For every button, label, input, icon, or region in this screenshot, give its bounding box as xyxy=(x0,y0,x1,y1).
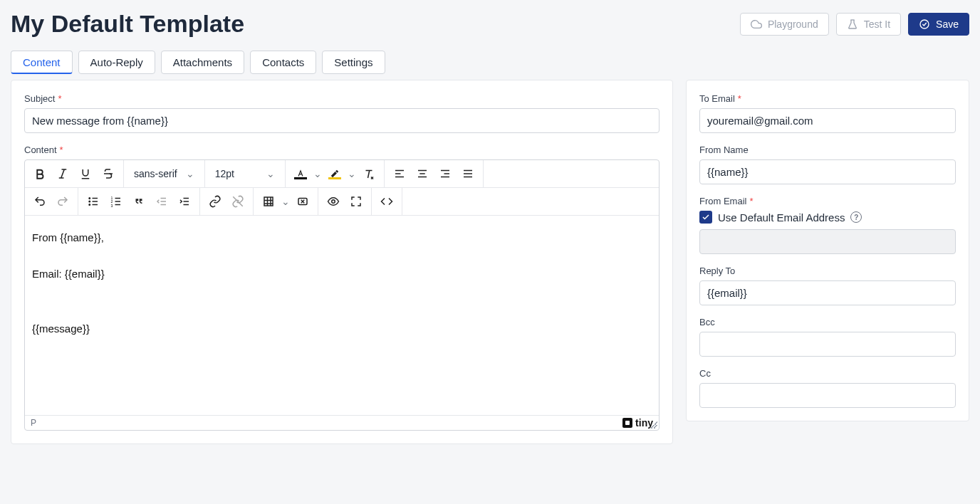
underline-button[interactable] xyxy=(75,163,96,184)
link-button[interactable] xyxy=(204,191,226,212)
reply-to-label: Reply To xyxy=(699,266,956,276)
reply-to-input[interactable] xyxy=(699,280,956,305)
svg-point-0 xyxy=(920,20,929,28)
bold-button[interactable] xyxy=(29,163,51,184)
main-panel: Subject* Content* xyxy=(11,80,673,444)
fullscreen-button[interactable] xyxy=(345,191,367,212)
svg-point-19 xyxy=(89,201,90,202)
indent-button[interactable] xyxy=(174,191,195,212)
table-button[interactable] xyxy=(258,191,279,212)
use-default-email-checkbox[interactable] xyxy=(699,211,712,224)
bcc-label: Bcc xyxy=(699,317,956,327)
editor-toolbar-row-2: 123 ⌄ xyxy=(25,188,659,216)
tab-content[interactable]: Content xyxy=(11,51,73,74)
numbered-list-button[interactable]: 123 xyxy=(105,191,127,212)
highlight-color-button[interactable] xyxy=(324,163,345,184)
tiny-logo: tiny xyxy=(622,417,653,429)
redo-button[interactable] xyxy=(52,191,73,212)
cc-input[interactable] xyxy=(699,383,956,408)
align-center-button[interactable] xyxy=(412,163,433,184)
tiny-mark-icon xyxy=(622,418,632,428)
text-color-button[interactable] xyxy=(290,163,311,184)
from-email-input xyxy=(699,229,956,254)
from-name-input[interactable] xyxy=(699,159,956,184)
highlight-color-menu[interactable]: ⌄ xyxy=(347,168,357,179)
align-left-button[interactable] xyxy=(389,163,410,184)
to-email-input[interactable] xyxy=(699,108,956,133)
source-code-button[interactable] xyxy=(376,191,397,212)
chevron-down-icon: ⌄ xyxy=(266,168,275,179)
bullet-list-button[interactable] xyxy=(83,191,104,212)
subject-field: Subject* xyxy=(24,93,660,133)
save-label: Save xyxy=(936,19,959,30)
tab-attachments[interactable]: Attachments xyxy=(161,51,244,74)
text-color-menu[interactable]: ⌄ xyxy=(313,168,323,179)
tabs: Content Auto-Reply Attachments Contacts … xyxy=(11,51,969,74)
content-field: Content* sans-serif ⌄ xyxy=(24,145,660,431)
content-label: Content* xyxy=(24,145,660,155)
test-it-button[interactable]: Test It xyxy=(836,13,901,36)
align-right-button[interactable] xyxy=(434,163,456,184)
align-justify-button[interactable] xyxy=(457,163,479,184)
tab-settings[interactable]: Settings xyxy=(322,51,385,74)
subject-label: Subject* xyxy=(24,93,660,104)
cc-label: Cc xyxy=(699,368,956,379)
beaker-icon xyxy=(847,19,858,30)
from-name-label: From Name xyxy=(699,145,956,155)
preview-button[interactable] xyxy=(323,191,344,212)
svg-rect-37 xyxy=(264,197,273,206)
subject-input[interactable] xyxy=(24,108,660,133)
resize-handle[interactable] xyxy=(650,421,657,429)
side-panel: To Email* From Name From Email* Use Defa… xyxy=(686,80,969,421)
blockquote-button[interactable] xyxy=(128,191,150,212)
strikethrough-button[interactable] xyxy=(98,163,119,184)
use-default-email-label: Use Default Email Address xyxy=(718,211,845,224)
undo-button[interactable] xyxy=(29,191,51,212)
svg-point-18 xyxy=(89,198,90,199)
svg-text:3: 3 xyxy=(111,204,113,208)
check-circle-icon xyxy=(919,19,930,30)
editor-toolbar-row-1: sans-serif ⌄ 12pt ⌄ xyxy=(25,160,659,188)
editor-path: P xyxy=(31,418,36,428)
tab-auto-reply[interactable]: Auto-Reply xyxy=(78,51,155,74)
editor-body[interactable]: From {{name}}, Email: {{email}} {{messag… xyxy=(25,216,659,415)
tab-contacts[interactable]: Contacts xyxy=(250,51,316,74)
outdent-button[interactable] xyxy=(151,191,172,212)
italic-button[interactable] xyxy=(52,163,73,184)
from-email-label: From Email* xyxy=(699,196,956,206)
playground-label: Playground xyxy=(768,19,818,30)
chevron-down-icon: ⌄ xyxy=(186,168,194,179)
bcc-input[interactable] xyxy=(699,332,956,357)
playground-button[interactable]: Playground xyxy=(740,13,829,36)
clear-formatting-button[interactable] xyxy=(358,163,380,184)
insert-variable-button[interactable] xyxy=(292,191,313,212)
header-actions: Playground Test It Save xyxy=(740,13,969,36)
editor-statusbar: P tiny xyxy=(25,415,659,430)
test-it-label: Test It xyxy=(864,19,890,30)
unlink-button[interactable] xyxy=(227,191,249,212)
font-family-select[interactable]: sans-serif ⌄ xyxy=(128,163,200,184)
cloud-icon xyxy=(751,19,762,30)
save-button[interactable]: Save xyxy=(908,13,969,36)
help-icon[interactable]: ? xyxy=(850,211,862,223)
table-menu[interactable]: ⌄ xyxy=(281,196,291,207)
svg-line-3 xyxy=(61,169,65,178)
page-title: My Default Template xyxy=(11,10,244,38)
font-size-select[interactable]: 12pt ⌄ xyxy=(209,163,281,184)
rich-text-editor: sans-serif ⌄ 12pt ⌄ xyxy=(24,159,660,431)
svg-point-45 xyxy=(332,200,335,204)
to-email-label: To Email* xyxy=(699,93,956,104)
svg-point-20 xyxy=(89,204,90,206)
